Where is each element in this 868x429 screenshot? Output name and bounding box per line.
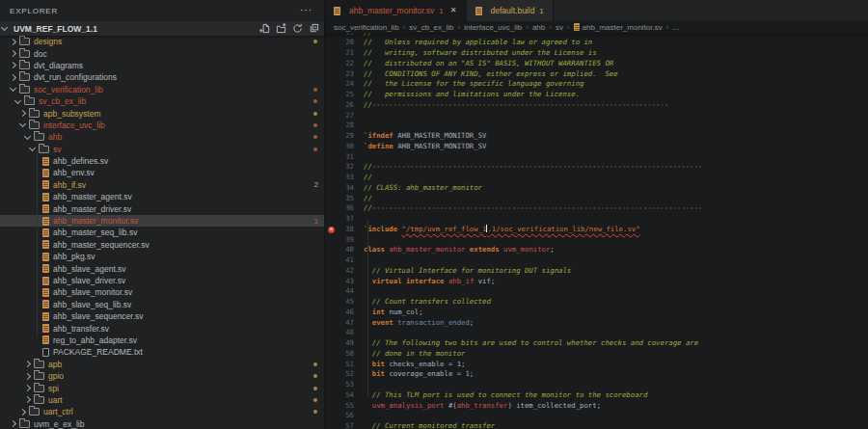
chevron-right-icon[interactable]	[24, 396, 31, 403]
code-line-28[interactable]: 28	[325, 121, 868, 131]
code-line-30[interactable]: 30`define AHB_MASTER_MONITOR_SV	[325, 142, 868, 152]
tree-item-uart[interactable]: uart	[0, 394, 324, 406]
code-line-24[interactable]: 24// the License for the specific langua…	[325, 79, 868, 90]
code-line-36[interactable]: 36//------------------------------------…	[325, 203, 868, 214]
tree-item-ahb_pkg.sv[interactable]: ahb_pkg.sv	[0, 251, 324, 262]
code-line-44[interactable]: 44	[325, 286, 868, 297]
tree-item-PACKAGE_README.txt[interactable]: PACKAGE_README.txt	[0, 346, 324, 358]
code-line-39[interactable]: 39	[325, 235, 868, 246]
tab-default.build[interactable]: default.build1	[467, 0, 554, 21]
code-line-41[interactable]: 41	[325, 255, 868, 266]
code-line-42[interactable]: 42 // Virtual Interface for monitoring D…	[325, 266, 868, 277]
tree-item-dvt_run_configurations[interactable]: dvt_run_configurations	[0, 71, 324, 83]
tree-item-ahb_slave_monitor.sv[interactable]: ahb_slave_monitor.sv	[0, 286, 324, 298]
tree-item-spi[interactable]: spi	[0, 382, 324, 393]
tree-item-ahb_master_driver.sv[interactable]: ahb_master_driver.sv	[0, 202, 324, 214]
chevron-right-icon[interactable]	[24, 361, 31, 367]
collapse-all-icon[interactable]	[309, 23, 319, 34]
tree-item-ahb[interactable]: ahb	[0, 131, 324, 143]
tree-item-apb[interactable]: apb	[0, 359, 324, 370]
tree-item-reg_to_ahb_adapter.sv[interactable]: reg_to_ahb_adapter.sv	[0, 335, 324, 346]
breadcrumb-item[interactable]: soc_verification_lib	[334, 23, 399, 32]
tree-item-ahb_master_seq_lib.sv[interactable]: ahb_master_seq_lib.sv	[0, 227, 324, 238]
code-line-51[interactable]: 51 bit checks_enable = 1;	[325, 360, 868, 370]
code-line-38[interactable]: 38`include "/tmp/uvm_ref_flow_1.1/soc_ve…	[325, 225, 868, 235]
tree-item-ahb_if.sv[interactable]: ahb_if.sv2	[0, 179, 324, 191]
chevron-right-icon[interactable]	[19, 409, 26, 416]
tree-item-sv[interactable]: sv	[0, 144, 324, 155]
chevron-right-icon[interactable]	[10, 50, 16, 57]
tree-item-apb_subsystem[interactable]: apb_subsystem	[0, 107, 324, 119]
chevron-down-icon[interactable]	[14, 97, 21, 104]
code-line-55[interactable]: 55 uvm_analysis_port #(ahb_transfer) ite…	[325, 401, 868, 412]
tree-item-ahb_env.sv[interactable]: ahb_env.sv	[0, 167, 324, 178]
code-line-27[interactable]: 27	[325, 111, 868, 121]
code-line-31[interactable]: 31	[325, 152, 868, 163]
tree-item-ahb_transfer.sv[interactable]: ahb_transfer.sv	[0, 322, 324, 334]
tree-item-ahb_slave_seq_lib.sv[interactable]: ahb_slave_seq_lib.sv	[0, 299, 324, 310]
chevron-down-icon[interactable]	[10, 85, 16, 92]
code-line-40[interactable]: 40class ahb_master_monitor extends uvm_m…	[325, 245, 868, 255]
tree-item-dvt_diagrams[interactable]: dvt_diagrams	[0, 60, 324, 71]
tree-item-ahb_slave_agent.sv[interactable]: ahb_slave_agent.sv	[0, 262, 324, 274]
code-line-33[interactable]: 33//	[325, 173, 868, 183]
code-line-46[interactable]: 46 int num_col;	[325, 308, 868, 318]
code-line-23[interactable]: 23// CONDITIONS OF ANY KIND, either expr…	[325, 69, 868, 80]
tree-item-designs[interactable]: designs	[0, 36, 324, 47]
code-line-52[interactable]: 52 bit coverage_enable = 1;	[325, 369, 868, 380]
tree-item-sv_cb_ex_lib[interactable]: sv_cb_ex_lib	[0, 95, 324, 107]
new-folder-icon[interactable]	[276, 23, 286, 34]
code-line-20[interactable]: 20// Unless required by applicable law o…	[325, 38, 868, 48]
tree-item-ahb_master_agent.sv[interactable]: ahb_master_agent.sv	[0, 191, 324, 202]
code-line-22[interactable]: 22// distributed on an "AS IS" BASIS, WI…	[325, 59, 868, 69]
breadcrumb-item[interactable]: ...	[672, 23, 679, 32]
tree-item-ahb_slave_sequencer.sv[interactable]: ahb_slave_sequencer.sv	[0, 310, 324, 322]
tree-item-doc[interactable]: doc	[0, 47, 324, 59]
code-line-26[interactable]: 26//------------------------------------…	[325, 100, 868, 111]
tree-item-ahb_master_monitor.sv[interactable]: ahb_master_monitor.sv1	[0, 215, 324, 227]
chevron-down-icon[interactable]	[19, 121, 26, 127]
code-line-34[interactable]: 34// CLASS: ahb_master_monitor	[325, 183, 868, 194]
more-actions-icon[interactable]: ···	[300, 8, 324, 13]
tree-item-uart_ctrl[interactable]: uart_ctrl	[0, 406, 324, 417]
chevron-right-icon[interactable]	[10, 39, 16, 45]
tree-item-uvm_e_ex_lib[interactable]: uvm_e_ex_lib	[0, 418, 324, 429]
tree-item-interface_uvc_lib[interactable]: interface_uvc_lib	[0, 120, 324, 131]
code-line-35[interactable]: 35//	[325, 194, 868, 204]
code-line-50[interactable]: 50 // done in the monitor	[325, 349, 868, 360]
tab-ahb_master_monitor.sv[interactable]: ahb_master_monitor.sv1✕	[325, 0, 467, 21]
chevron-down-icon[interactable]	[24, 133, 31, 140]
close-icon[interactable]: ✕	[450, 7, 457, 14]
breadcrumb-item[interactable]: sv_cb_ex_lib	[409, 23, 453, 32]
breadcrumb-item[interactable]: sv	[556, 23, 563, 32]
code-line-32[interactable]: 32//------------------------------------…	[325, 162, 868, 173]
code-line-56[interactable]: 56	[325, 411, 868, 421]
code-line-53[interactable]: 53	[325, 380, 868, 390]
breadcrumb-item[interactable]: interface_uvc_lib	[464, 23, 522, 32]
tree-item-ahb_defines.sv[interactable]: ahb_defines.sv	[0, 155, 324, 167]
code-editor[interactable]: 19//20// Unless required by applicable l…	[325, 33, 868, 429]
code-line-25[interactable]: 25// permissions and limitations under t…	[325, 90, 868, 100]
code-line-47[interactable]: 47 event transaction_ended;	[325, 318, 868, 329]
chevron-right-icon[interactable]	[24, 373, 31, 380]
code-line-43[interactable]: 43 virtual interface ahb_if vif;	[325, 277, 868, 287]
code-line-45[interactable]: 45 // Count transfers collected	[325, 297, 868, 308]
code-line-48[interactable]: 48	[325, 328, 868, 338]
chevron-right-icon[interactable]	[10, 74, 16, 81]
chevron-right-icon[interactable]	[10, 420, 16, 427]
code-line-37[interactable]: 37	[325, 214, 868, 225]
code-line-54[interactable]: 54 // This TLM port is used to connect t…	[325, 390, 868, 401]
chevron-right-icon[interactable]	[19, 110, 26, 117]
code-line-57[interactable]: 57 // Current monitored transfer	[325, 421, 868, 429]
chevron-down-icon[interactable]	[29, 145, 36, 151]
code-line-21[interactable]: 21// writing, software distributed under…	[325, 48, 868, 59]
tree-item-gpio[interactable]: gpio	[0, 370, 324, 382]
chevron-right-icon[interactable]	[24, 385, 31, 391]
project-section-header[interactable]: UVM_REF_FLOW_1.1	[0, 21, 324, 36]
chevron-right-icon[interactable]	[10, 62, 16, 68]
breadcrumb-item[interactable]: ahb_master_monitor.sv	[583, 23, 663, 32]
tree-item-ahb_slave_driver.sv[interactable]: ahb_slave_driver.sv	[0, 275, 324, 286]
code-line-29[interactable]: 29`ifndef AHB_MASTER_MONITOR_SV	[325, 131, 868, 142]
breadcrumb-item[interactable]: ahb	[532, 23, 545, 32]
tree-item-ahb_master_sequencer.sv[interactable]: ahb_master_sequencer.sv	[0, 239, 324, 251]
